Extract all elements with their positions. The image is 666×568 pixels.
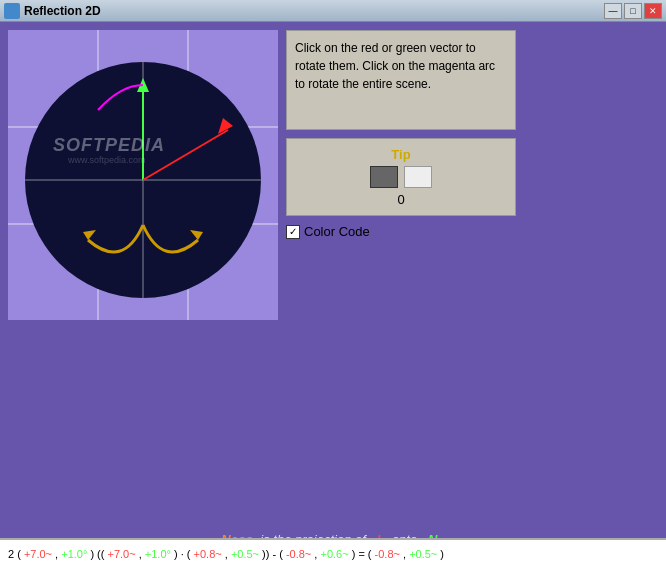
- color-code-label: Color Code: [304, 224, 370, 239]
- minimize-button[interactable]: —: [604, 3, 622, 19]
- right-panel: Click on the red or green vector to rota…: [286, 30, 658, 530]
- tip-swatches: [370, 166, 432, 188]
- swatch-dark[interactable]: [370, 166, 398, 188]
- tip-number: 0: [397, 192, 404, 207]
- canvas-area[interactable]: SOFTPEDIA www.softpedia.com: [8, 30, 278, 320]
- color-code-checkbox[interactable]: ✓: [286, 225, 300, 239]
- status-bar: 2 ( +7.0~ , +1.0° ) (( +7.0~ , +1.0° ) ·…: [0, 538, 666, 568]
- tip-box: Tip 0: [286, 138, 516, 216]
- maximize-button[interactable]: □: [624, 3, 642, 19]
- close-button[interactable]: ✕: [644, 3, 662, 19]
- swatch-light[interactable]: [404, 166, 432, 188]
- color-code-row: ✓ Color Code: [286, 224, 516, 239]
- tip-label: Tip: [391, 147, 410, 162]
- title-bar-left: Reflection 2D: [4, 3, 101, 19]
- window-title: Reflection 2D: [24, 4, 101, 18]
- main-content: SOFTPEDIA www.softpedia.com Click on the…: [0, 22, 666, 538]
- info-box: Click on the red or green vector to rota…: [286, 30, 516, 130]
- scene-svg: [8, 30, 278, 320]
- title-bar: Reflection 2D — □ ✕: [0, 0, 666, 22]
- info-text: Click on the red or green vector to rota…: [295, 41, 495, 91]
- app-icon: [4, 3, 20, 19]
- title-bar-controls: — □ ✕: [604, 3, 662, 19]
- status-text: 2 ( +7.0~ , +1.0° ) (( +7.0~ , +1.0° ) ·…: [8, 548, 444, 560]
